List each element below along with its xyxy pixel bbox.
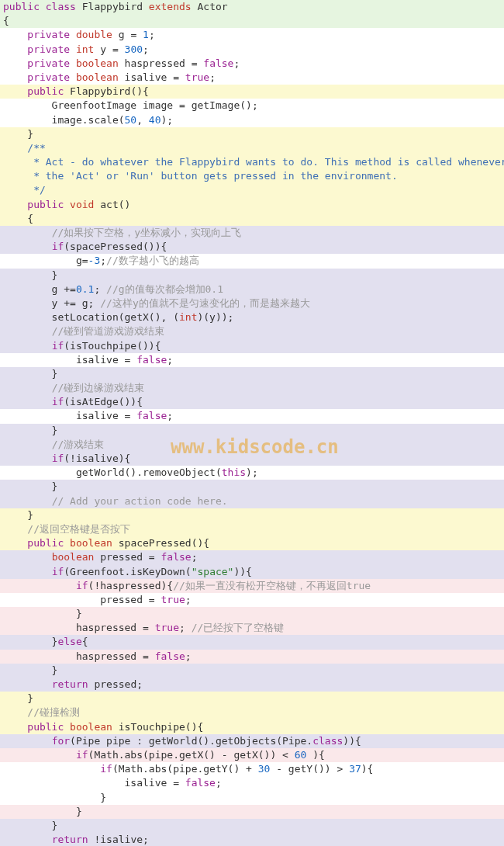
code-token: } (3, 269, 57, 281)
code-token (3, 57, 27, 69)
code-line: public Flappybird(){ (0, 85, 504, 99)
code-token: g= (3, 255, 88, 266)
code-token: 30 (258, 763, 271, 775)
code-token: } (3, 509, 33, 521)
code-token: g += (3, 283, 76, 295)
code-token: //数字越小飞的越高 (106, 255, 199, 266)
code-line: } (0, 805, 504, 819)
code-line: //碰到边缘游戏结束 (0, 381, 504, 395)
code-token: } (3, 608, 82, 619)
code-line: return pressed; (0, 678, 504, 692)
code-line: } (0, 367, 504, 381)
code-token: (spacePressed()){ (64, 241, 167, 252)
code-line: for(Pipe pipe : getWorld().getObjects(Pi… (0, 734, 504, 748)
code-token: y = (100, 43, 124, 55)
code-token: pressed = (100, 551, 161, 563)
code-token: Flappybird(){ (70, 85, 149, 97)
code-token: -3 (88, 255, 101, 266)
code-token: /** (27, 142, 45, 154)
code-line: if(spacePressed()){ (0, 240, 504, 254)
code-token (3, 537, 27, 549)
code-token: 40 (149, 114, 161, 126)
code-token: 1 (143, 29, 149, 40)
code-token: } (3, 425, 57, 436)
code-token: //碰到边缘游戏结束 (52, 382, 145, 394)
code-token: ); (161, 114, 174, 126)
code-token: double (76, 29, 119, 40)
code-token (3, 763, 100, 775)
code-token: spacePressed(){ (119, 537, 209, 549)
code-line: } (0, 508, 504, 522)
code-token: ; (216, 777, 222, 789)
code-token: "space" (192, 566, 234, 577)
code-line: }else{ (0, 635, 504, 649)
code-token: boolean (76, 57, 125, 69)
code-token: this (222, 466, 246, 478)
code-line: haspressed = true; //已经按下了空格键 (0, 621, 504, 635)
code-token (3, 566, 52, 577)
code-token: isalive = (125, 71, 185, 83)
code-token: haspressed = (125, 57, 204, 69)
code-token: { (82, 636, 88, 647)
code-line: //碰撞检测 (0, 706, 504, 719)
code-line: { (0, 212, 504, 226)
code-token: boolean (76, 71, 125, 83)
code-token: g = (119, 29, 143, 40)
code-token: ; (233, 57, 240, 69)
code-token: class (312, 735, 343, 747)
code-token: if (52, 452, 64, 464)
code-token: * Act - do whatever the Flappybird wants… (3, 156, 504, 168)
code-line: if(!haspressed){//如果一直没有松开空格键，不再返回true (0, 579, 504, 593)
code-token: ; (185, 650, 192, 662)
code-line: /** (0, 141, 504, 155)
code-token: (!haspressed){ (88, 580, 174, 591)
code-line: if(isTouchpipe()){ (0, 339, 504, 353)
code-line: setLocation(getX(), (int)(y)); (0, 310, 504, 324)
code-token: public (3, 1, 46, 12)
code-token: private (27, 43, 76, 55)
code-token: ){ (361, 763, 374, 775)
code-token: if (76, 580, 88, 591)
code-token: //这样y的值就不是匀速变化的，而是越来越大 (100, 297, 309, 309)
code-line: isalive = false; (0, 776, 504, 790)
code-token: if (52, 340, 64, 352)
code-token: ; (149, 29, 155, 40)
code-token: public (27, 721, 70, 733)
code-line: public class Flappybird extends Actor (0, 0, 504, 14)
code-token: !isalive; (94, 834, 148, 845)
code-token (3, 523, 27, 535)
code-token: - getY()) > (270, 763, 349, 775)
code-token: //返回空格键是否按下 (27, 523, 130, 535)
code-token (3, 706, 27, 718)
code-token (3, 382, 52, 394)
code-token: int (76, 43, 100, 55)
code-token: 300 (125, 43, 143, 55)
code-token: for (52, 735, 70, 747)
code-token: class (46, 1, 82, 12)
code-token: ; (143, 43, 149, 55)
code-line: */ (0, 183, 504, 197)
code-token: false (203, 57, 233, 69)
code-token: } (3, 480, 57, 492)
code-token: private (27, 29, 76, 40)
code-token (3, 43, 27, 55)
code-token: } (3, 664, 57, 676)
code-line: } (0, 480, 504, 494)
code-line: } (0, 819, 504, 833)
code-token: ; (100, 255, 106, 266)
code-line: haspressed = false; (0, 650, 504, 664)
code-token: Actor (197, 1, 227, 12)
code-token: int (179, 311, 197, 323)
code-token: isTouchpipe(){ (119, 721, 204, 733)
code-token: ; (94, 283, 106, 295)
code-token: false (136, 354, 167, 366)
code-token: { (3, 213, 33, 224)
code-line: y += g; //这样y的值就不是匀速变化的，而是越来越大 (0, 296, 504, 310)
code-line: g +=0.1; //g的值每次都会增加0.1 (0, 283, 504, 296)
code-token (3, 227, 52, 238)
code-token: public (27, 85, 70, 97)
code-token: false (155, 650, 185, 662)
code-token: ; (209, 71, 216, 83)
code-token: isalive = (3, 354, 136, 366)
code-line: GreenfootImage image = getImage(); (0, 99, 504, 113)
